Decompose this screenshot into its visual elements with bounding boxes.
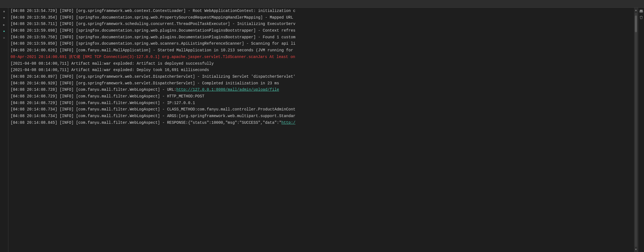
- clear-icon[interactable]: [639, 15, 644, 20]
- scroll-up-btn[interactable]: ▲: [634, 8, 638, 12]
- log-line: [04:08 20:14:08.729] [INFO] [com.fanyu.m…: [8, 100, 634, 107]
- log-line: [04:08 20:14:00.626] [INFO] [com.fanyu.m…: [8, 47, 634, 54]
- log-line: 08-Apr-2021 20:14:00.691 洪℃佬 [RMI TCP Co…: [8, 54, 634, 61]
- svg-rect-0: [640, 10, 643, 11]
- log-container: [04:08 20:13:54.729] [INFO] [org.springf…: [8, 8, 634, 126]
- log-line: [04:08 20:14:08.734] [INFO] [com.fanyu.m…: [8, 106, 634, 113]
- scroll-down-btn[interactable]: ▼: [634, 248, 638, 251]
- output-header: [0, 0, 644, 8]
- lines-icon[interactable]: ≡: [2, 36, 7, 41]
- log-line: [04:08 20:14:08.734] [INFO] [com.fanyu.m…: [8, 113, 634, 120]
- print-icon[interactable]: [639, 9, 644, 14]
- log-line: [2021-04-08 08:14:00,711] Artifact mall:…: [8, 61, 634, 67]
- log-line: [04:08 20:14:00.897] [INFO] [org.springf…: [8, 74, 634, 80]
- log-line: [04:08 20:13:59.850] [INFO] [springfox.d…: [8, 41, 634, 47]
- main-content: ▲ ▼ ▶ ● ≡ [04:08 20:13:54.729] [INFO] [o…: [0, 8, 644, 252]
- scrollbar-thumb[interactable]: [635, 16, 637, 32]
- scrollbar-track[interactable]: [635, 13, 637, 247]
- log-line: [04:08 20:14:08.728] [INFO] [com.fanyu.m…: [8, 87, 634, 93]
- log-line: [04:08 20:13:59.758] [INFO] [springfox.d…: [8, 34, 634, 41]
- log-line: [04:08 20:14:08.729] [INFO] [com.fanyu.m…: [8, 93, 634, 100]
- log-line: [04:08 20:13:58.354] [INFO] [springfox.d…: [8, 14, 634, 21]
- svg-rect-4: [640, 11, 643, 12]
- log-link[interactable]: http:/: [282, 120, 295, 125]
- active-marker-icon[interactable]: ●: [2, 29, 7, 34]
- arrow-down-icon[interactable]: ▼: [2, 16, 7, 21]
- output-panel: ▲ ▼ ▶ ● ≡ [04:08 20:13:54.729] [INFO] [o…: [0, 0, 644, 252]
- arrow-right-icon[interactable]: ▶: [2, 22, 7, 27]
- log-line: [2021-04-08 08:14:00,711] Artifact mall:…: [8, 67, 634, 74]
- log-line: [04:08 20:13:59.698] [INFO] [springfox.d…: [8, 27, 634, 34]
- scrollbar[interactable]: ▲ ▼: [634, 8, 638, 252]
- log-link[interactable]: http://127.0.0.1:8080/mall/admin/upload/…: [176, 87, 279, 92]
- log-area: [04:08 20:13:54.729] [INFO] [org.springf…: [8, 8, 634, 252]
- log-line: [04:08 20:14:08.845] [INFO] [com.fanyu.m…: [8, 120, 634, 126]
- svg-rect-3: [640, 12, 642, 12]
- log-line: [04:08 20:13:58.711] [INFO] [org.springf…: [8, 21, 634, 27]
- right-icons: [638, 8, 644, 252]
- left-gutter: ▲ ▼ ▶ ● ≡: [0, 8, 8, 252]
- log-line: [04:08 20:14:00.920] [INFO] [org.springf…: [8, 80, 634, 87]
- log-line: [04:08 20:13:54.729] [INFO] [org.springf…: [8, 8, 634, 14]
- arrow-up-icon[interactable]: ▲: [2, 9, 7, 14]
